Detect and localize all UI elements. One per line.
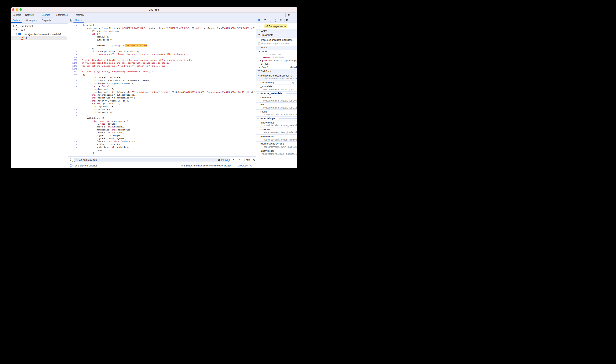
svg-text:B: B (72, 160, 73, 162)
svg-text:A: A (70, 158, 71, 160)
